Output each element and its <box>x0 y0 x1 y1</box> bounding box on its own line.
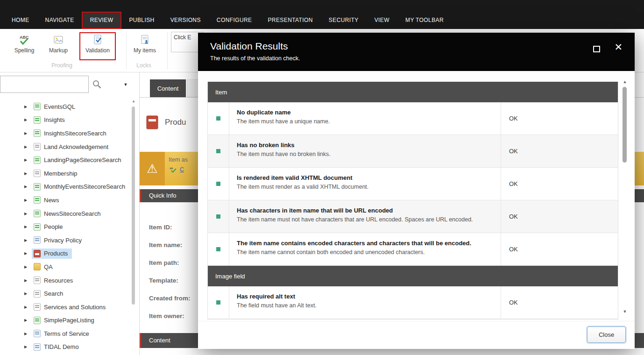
item-type-icon <box>34 129 41 137</box>
tree-item[interactable]: ▶ Products <box>0 247 131 261</box>
maximize-icon[interactable] <box>593 46 600 52</box>
tree-item[interactable]: ▶ SimplePageListing <box>0 314 131 327</box>
tree-item[interactable]: ▶ Land Acknowledgement <box>0 140 131 154</box>
validation-table: Item No duplicate name The item must hav… <box>207 82 618 320</box>
menu-tab[interactable]: SECURITY <box>321 12 367 29</box>
menu-tab[interactable]: HOME <box>4 12 37 29</box>
chevron-right-icon[interactable]: ▶ <box>24 158 32 162</box>
tree-item[interactable]: ▶ Services and Solutions <box>0 300 131 314</box>
tree-scroll-up-icon[interactable]: ▲ <box>131 99 136 103</box>
chevron-right-icon[interactable]: ▶ <box>24 291 32 296</box>
tree-item-body[interactable]: Privacy Policy <box>32 235 86 245</box>
scroll-up-icon[interactable]: ▲ <box>621 79 629 84</box>
tree-item-body[interactable]: LandingPageSitecoreSearch <box>32 155 126 165</box>
tab-content[interactable]: Content <box>150 79 186 97</box>
tree-scrollbar-thumb[interactable] <box>132 106 135 305</box>
close-button[interactable]: Close <box>587 327 626 343</box>
tree-item[interactable]: ▶ InsightsSitecoreSearch <box>0 127 131 140</box>
tree-item-body[interactable]: Search <box>32 289 67 299</box>
chevron-right-icon[interactable]: ▶ <box>24 251 32 256</box>
search-options-chevron-down-icon[interactable]: ▼ <box>120 81 131 88</box>
tree-item[interactable]: ▶ People <box>0 220 131 234</box>
tree-item[interactable]: ▶ LandingPageSitecoreSearch <box>0 153 131 167</box>
chevron-right-icon[interactable]: ▶ <box>24 345 32 349</box>
menu-tab[interactable]: PUBLISH <box>121 12 162 29</box>
chevron-right-icon[interactable]: ▶ <box>24 145 32 149</box>
scroll-down-icon[interactable]: ▼ <box>621 309 629 314</box>
dialog-scrollbar[interactable]: ▲ ▼ <box>621 79 629 314</box>
chevron-right-icon[interactable]: ▶ <box>24 238 32 242</box>
tree-item-label: EventsGQL <box>44 103 75 110</box>
chevron-right-icon[interactable]: ▶ <box>24 265 32 269</box>
validation-button[interactable]: Validation <box>83 34 113 59</box>
menu-tab[interactable]: VERSIONS <box>163 12 209 29</box>
chevron-right-icon[interactable]: ▶ <box>24 318 32 322</box>
tree-item-body[interactable]: InsightsSitecoreSearch <box>32 128 111 138</box>
menu-tab[interactable]: VIEW <box>367 12 397 29</box>
validation-result: OK <box>501 168 618 200</box>
search-icon[interactable] <box>92 79 103 90</box>
my-items-button[interactable]: My items <box>130 34 160 59</box>
markup-button[interactable]: Markup <box>43 34 73 59</box>
chevron-right-icon[interactable]: ▶ <box>24 332 32 336</box>
chevron-right-icon[interactable]: ▶ <box>24 185 32 189</box>
tree-item[interactable]: ▶ Insights <box>0 114 131 127</box>
menu-tab[interactable]: NAVIGATE <box>37 12 82 29</box>
tree-item-body[interactable]: MonthlyEventsSitecoreSearch <box>32 182 129 192</box>
close-icon[interactable]: ✕ <box>614 42 623 52</box>
validation-main-cell: Has required alt text The field must hav… <box>229 286 501 319</box>
tree-item-body[interactable]: EventsGQL <box>32 101 79 112</box>
tree-item-body[interactable]: Insights <box>32 115 69 125</box>
tree-item[interactable]: ▶ MonthlyEventsSitecoreSearch <box>0 180 131 194</box>
tree-item[interactable]: ▶ Resources <box>0 274 131 287</box>
validation-status-cell <box>208 102 229 135</box>
menu-tab[interactable]: REVIEW <box>82 12 121 29</box>
chevron-right-icon[interactable]: ▶ <box>24 198 32 202</box>
tree-item[interactable]: ▶ Search <box>0 287 131 300</box>
tree-item[interactable]: ▶ Terms of Service <box>0 327 131 341</box>
validation-main-cell: Has no broken links The item must have n… <box>229 135 501 167</box>
tree-item-body[interactable]: Services and Solutions <box>32 302 110 312</box>
spelling-button[interactable]: ABC Spelling <box>9 34 39 59</box>
tree-item-body[interactable]: Products <box>32 248 72 259</box>
chevron-right-icon[interactable]: ▶ <box>24 278 32 283</box>
status-square-icon <box>216 182 220 186</box>
dialog-scrollbar-thumb[interactable] <box>623 87 627 163</box>
chevron-right-icon[interactable]: ▶ <box>24 225 32 229</box>
chevron-right-icon[interactable]: ▶ <box>24 105 32 109</box>
search-input[interactable] <box>0 76 89 93</box>
tree-item-label: LandingPageSitecoreSearch <box>44 156 121 163</box>
tree-item[interactable]: ▶ Privacy Policy <box>0 234 131 247</box>
chevron-right-icon[interactable]: ▶ <box>24 305 32 309</box>
chevron-right-icon[interactable]: ▶ <box>24 171 32 176</box>
tree-item-body[interactable]: Membership <box>32 168 82 178</box>
menu-tab[interactable]: PRESENTATION <box>260 12 320 29</box>
tree-item-body[interactable]: NewsSitecoreSearch <box>32 208 105 219</box>
chevron-right-icon[interactable]: ▶ <box>24 131 32 135</box>
tree-item[interactable]: ▶ EventsGQL <box>0 100 131 114</box>
tree-item-body[interactable]: News <box>32 195 64 205</box>
dialog-body: Item No duplicate name The item must hav… <box>198 71 635 321</box>
tree-item[interactable]: ▶ NewsSitecoreSearch <box>0 207 131 220</box>
tree-item-body[interactable]: Resources <box>32 275 77 285</box>
chevron-right-icon[interactable]: ▶ <box>24 212 32 216</box>
chevron-right-icon[interactable]: ▶ <box>24 118 32 122</box>
tree-item-body[interactable]: People <box>32 222 67 232</box>
tree-item[interactable]: ▶ Membership <box>0 167 131 180</box>
tree-item-body[interactable]: Terms of Service <box>32 328 93 339</box>
tree-item-body[interactable]: QA <box>32 262 57 272</box>
menu-tab[interactable]: CONFIGURE <box>209 12 260 29</box>
tree-item[interactable]: ▶ News <box>0 193 131 207</box>
validation-result: OK <box>501 286 618 319</box>
menu-tab[interactable]: MY TOOLBAR <box>397 12 452 29</box>
tree-item-body[interactable]: TIDAL Demo <box>32 342 83 352</box>
tree-item[interactable]: ▶ TIDAL Demo <box>0 341 131 354</box>
menu-tab-label: PRESENTATION <box>268 17 312 23</box>
tree-item-body[interactable]: SimplePageListing <box>32 315 99 326</box>
tree-item-label: QA <box>44 263 53 270</box>
tree-item-body[interactable]: Land Acknowledgement <box>32 142 113 152</box>
warning-link[interactable]: C <box>180 166 184 173</box>
item-type-icon <box>34 170 41 177</box>
tree-item[interactable]: ▶ QA <box>0 260 131 274</box>
validation-rule-title: Has characters in item name that will be… <box>237 207 493 214</box>
